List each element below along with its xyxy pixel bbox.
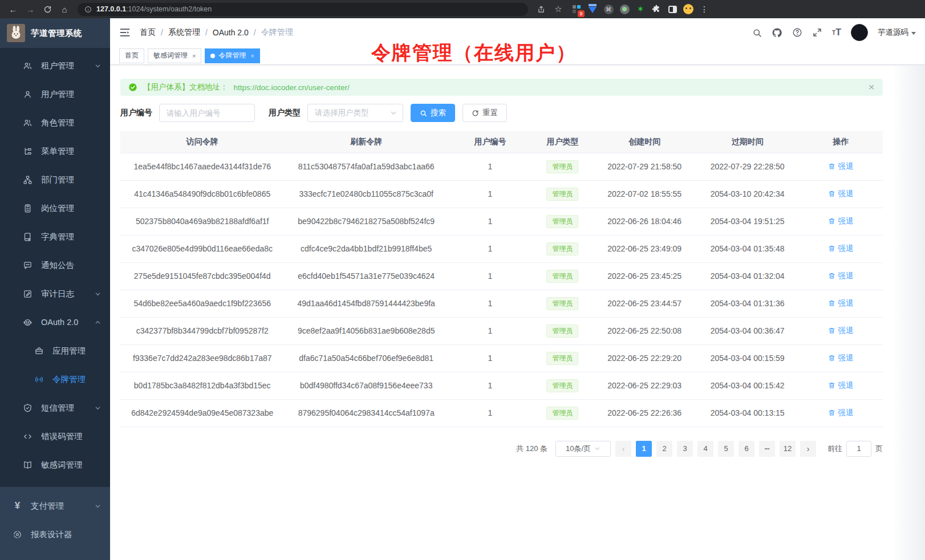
sidebar-item-users-0[interactable]: 租户管理	[0, 51, 110, 80]
close-icon[interactable]: ×	[192, 52, 196, 59]
expire-time-cell: 2054-03-04 00:15:59	[696, 344, 798, 372]
github-icon[interactable]	[772, 27, 782, 38]
sidebar-item-tree-3[interactable]: 菜单管理	[0, 137, 110, 165]
share-icon[interactable]	[534, 2, 549, 16]
sidebar-item-book-6[interactable]: 字典管理	[0, 222, 110, 251]
sidebar-item-log-8[interactable]: 审计日志	[0, 279, 110, 308]
font-size-icon[interactable]: TT	[832, 27, 841, 38]
side-panel-icon[interactable]	[667, 4, 677, 14]
user-type-cell: 管理员	[532, 262, 593, 290]
breadcrumb-item[interactable]: OAuth 2.0	[213, 28, 249, 37]
reload-icon[interactable]	[40, 2, 55, 16]
sidebar-item-user-1[interactable]: 用户管理	[0, 80, 110, 108]
extension-grid-icon[interactable]: 9	[571, 4, 582, 14]
url-bar[interactable]: 127.0.0.1:1024/system/oauth2/token	[78, 3, 528, 16]
sidebar-item-users-2[interactable]: 角色管理	[0, 108, 110, 137]
table-header-row: 访问令牌刷新令牌用户编号用户类型创建时间过期时间操作	[120, 131, 883, 153]
column-header: 用户类型	[532, 131, 593, 153]
alert-close-icon[interactable]: ✕	[868, 83, 875, 92]
browser-menu-icon[interactable]: ⋮	[699, 4, 709, 14]
user-menu[interactable]: 芋道源码	[878, 27, 916, 38]
breadcrumb-item[interactable]: 首页	[140, 27, 156, 38]
sidebar-item-yen-15[interactable]: ¥支付管理	[0, 492, 110, 520]
close-icon[interactable]: ×	[250, 52, 254, 59]
puzzle-extensions-icon[interactable]	[651, 4, 662, 14]
page-button-4[interactable]: 4	[697, 441, 713, 457]
force-logout-button[interactable]: 强退	[828, 298, 853, 309]
back-icon[interactable]: ←	[6, 2, 21, 16]
sidebar-item-label: 错误码管理	[41, 431, 83, 442]
goto-page-input[interactable]	[846, 441, 871, 457]
message-icon	[23, 261, 33, 270]
avatar[interactable]	[851, 24, 868, 41]
broadcast-icon	[34, 375, 44, 384]
sidebar-item-open-book-14[interactable]: 敏感词管理	[0, 451, 110, 479]
extension-command-icon[interactable]: ⌘	[603, 4, 614, 14]
page-button-3[interactable]: 3	[677, 441, 693, 457]
help-icon[interactable]	[792, 27, 802, 38]
force-logout-button[interactable]: 强退	[828, 353, 853, 363]
prev-page-button[interactable]: ‹	[615, 441, 631, 457]
fullscreen-icon[interactable]	[812, 27, 822, 38]
force-logout-button[interactable]: 强退	[828, 161, 853, 172]
force-logout-button[interactable]: 强退	[828, 216, 853, 226]
sidebar-item-broadcast-11[interactable]: 令牌管理	[0, 365, 110, 393]
chevron-down-icon	[390, 109, 397, 116]
extension-gem-icon[interactable]	[587, 4, 598, 14]
page-button-1[interactable]: 1	[636, 441, 652, 457]
force-logout-button[interactable]: 强退	[828, 244, 853, 254]
sidebar-collapse-icon[interactable]	[119, 27, 131, 38]
force-logout-button[interactable]: 强退	[828, 326, 853, 336]
sidebar-item-label: 令牌管理	[52, 374, 86, 385]
extension-record-icon[interactable]	[619, 4, 630, 14]
tab-3[interactable]: 令牌管理×	[205, 48, 259, 63]
force-logout-button[interactable]: 强退	[828, 408, 853, 418]
page-button-6[interactable]: 6	[739, 441, 754, 457]
more-pages-button[interactable]: •••	[759, 441, 775, 457]
profile-emoji-icon[interactable]	[683, 4, 693, 14]
trash-icon	[828, 409, 835, 416]
user-type-select[interactable]: 请选择用户类型	[307, 104, 403, 122]
reset-button[interactable]: 重置	[462, 104, 507, 122]
chevron-down-icon	[95, 63, 101, 69]
breadcrumb-item[interactable]: 系统管理	[168, 27, 200, 38]
tab-2[interactable]: 敏感词管理×	[148, 48, 201, 63]
next-page-button[interactable]: ›	[800, 441, 816, 457]
logo-bar[interactable]: 芋道管理系统	[0, 18, 110, 48]
sidebar-item-code-13[interactable]: 错误码管理	[0, 422, 110, 451]
sidebar-item-label: 审计日志	[41, 289, 74, 299]
user-type-tag: 管理员	[546, 215, 578, 228]
access-cell: 54d6be82ee5a460a9aedc1f9bf223656	[120, 290, 284, 317]
force-logout-button[interactable]: 强退	[828, 380, 853, 391]
sidebar-item-message-7[interactable]: 通知公告	[0, 251, 110, 279]
tab-1[interactable]: 首页	[119, 48, 144, 63]
user-type-tag: 管理员	[546, 270, 578, 283]
sidebar-item-robot-9[interactable]: OAuth 2.0	[0, 308, 110, 336]
sidebar-item-badge-5[interactable]: 岗位管理	[0, 194, 110, 222]
sidebar-item-briefcase-10[interactable]: 应用管理	[0, 336, 110, 365]
home-icon[interactable]: ⌂	[57, 2, 72, 16]
create-time-cell: 2022-06-25 22:26:36	[593, 399, 696, 427]
breadcrumb: 首页/系统管理/OAuth 2.0/令牌管理	[140, 27, 293, 38]
search-icon[interactable]	[752, 28, 762, 38]
sidebar-item-label: 岗位管理	[41, 203, 74, 214]
force-logout-button[interactable]: 强退	[828, 189, 853, 199]
user-id-input[interactable]	[159, 104, 255, 122]
forward-icon[interactable]: →	[23, 2, 38, 16]
force-logout-button[interactable]: 强退	[828, 271, 853, 281]
sidebar-item-shield-12[interactable]: 短信管理	[0, 393, 110, 422]
page-size-select[interactable]: 10条/页	[555, 441, 611, 457]
access-cell: 275e5de9151045fe87cbdc395e004f4d	[120, 262, 284, 290]
access-cell: 1ea5e44f8bc1467aaede43144f31de76	[120, 153, 284, 180]
alert-doc-link[interactable]: https://doc.iocoder.cn/user-center/	[234, 83, 350, 92]
sidebar-item-org-4[interactable]: 部门管理	[0, 165, 110, 194]
page-button-5[interactable]: 5	[718, 441, 734, 457]
code-icon	[23, 432, 33, 441]
tab-label: 首页	[125, 51, 139, 60]
page-button-12[interactable]: 12	[780, 441, 796, 457]
sidebar-item-report-16[interactable]: 报表设计器	[0, 520, 110, 549]
page-button-2[interactable]: 2	[656, 441, 672, 457]
bookmark-star-icon[interactable]: ☆	[551, 2, 566, 16]
extension-star-icon[interactable]: ✶	[635, 4, 646, 14]
search-button[interactable]: 搜索	[411, 104, 455, 122]
